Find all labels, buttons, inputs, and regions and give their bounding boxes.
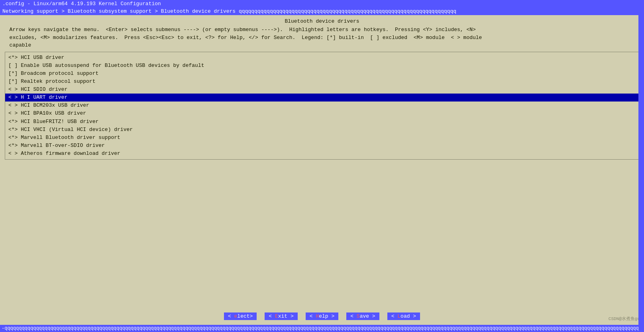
menu-item[interactable]: < > H I UART driver xyxy=(5,94,639,102)
bottom-scroll: -qqqqqqqqqqqqqqqqqqqqqqqqqqqqqqqqqqqqqqq… xyxy=(0,325,644,332)
breadcrumb-bar: Networking support > Bluetooth subsystem… xyxy=(0,8,644,15)
exit-button[interactable]: < Exit > xyxy=(265,312,297,320)
menu-item[interactable]: <*> Marvell Bluetooth driver support xyxy=(5,134,639,142)
menu-item[interactable]: [*] Broadcom protocol support xyxy=(5,70,639,78)
menu-item[interactable]: <*> HCI BlueFRITZ! USB driver xyxy=(5,118,639,126)
menu-item[interactable]: <*> HCI VHCI (Virtual HCI device) driver xyxy=(5,126,639,134)
menu-item[interactable]: < > HCI BCM203x USB driver xyxy=(5,102,639,109)
menu-item[interactable]: < > HCI SDIO driver xyxy=(5,86,639,94)
title-text: .config - Linux/arm64 4.19.193 Kernel Co… xyxy=(2,1,161,7)
menu-item[interactable]: [ ] Enable USB autosuspend for Bluetooth… xyxy=(5,62,639,70)
main-area: Bluetooth device drivers Arrow keys navi… xyxy=(0,15,644,161)
bottom-bar: < elect> < Exit > < Help > < Save > < Lo… xyxy=(0,311,644,322)
menu-items-container: <*> HCI USB driver[ ] Enable USB autosus… xyxy=(5,54,639,158)
title-bar: .config - Linux/arm64 4.19.193 Kernel Co… xyxy=(0,0,644,8)
menu-item[interactable]: < > Atheros firmware download driver xyxy=(5,150,639,158)
menu-item[interactable]: <*> Marvell BT-over-SDIO driver xyxy=(5,142,639,150)
menu-item[interactable]: [*] Realtek protocol support xyxy=(5,78,639,86)
menu-item[interactable]: <*> HCI USB driver xyxy=(5,54,639,62)
window-title: Bluetooth device drivers xyxy=(3,18,641,24)
select-button[interactable]: < elect> xyxy=(224,312,257,320)
help-content: Arrow keys navigate the menu. <Enter> se… xyxy=(3,26,641,49)
help-button[interactable]: < Help > xyxy=(306,312,338,320)
bottom-scroll-text: -qqqqqqqqqqqqqqqqqqqqqqqqqqqqqqqqqqqqqqq… xyxy=(2,326,644,331)
load-button[interactable]: < Load > xyxy=(387,312,420,320)
menu-item[interactable]: < > HCI BPA10x USB driver xyxy=(5,109,639,117)
help-text: Arrow keys navigate the menu. <Enter> se… xyxy=(3,26,641,49)
watermark: CSDN@水煮鱼gu xyxy=(609,316,640,322)
save-button[interactable]: < Save > xyxy=(346,312,379,320)
right-scrollbar[interactable] xyxy=(638,0,644,332)
breadcrumb-text: Networking support > Bluetooth subsystem… xyxy=(2,8,456,14)
menu-box: <*> HCI USB driver[ ] Enable USB autosus… xyxy=(5,52,639,160)
